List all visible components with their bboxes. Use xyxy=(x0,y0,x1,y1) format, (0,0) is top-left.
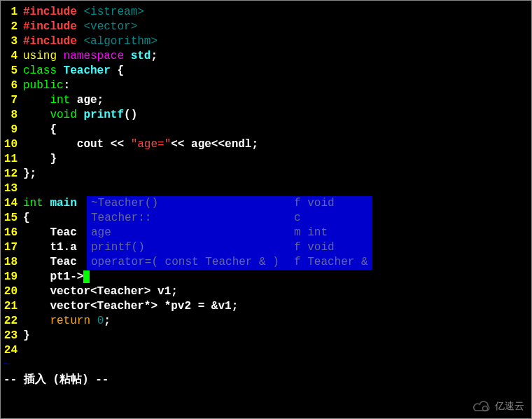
code-line[interactable]: 10 cout << "age="<< age<<endl; xyxy=(1,137,531,152)
code-token: pt1-> xyxy=(23,270,83,283)
line-number: 14 xyxy=(1,196,23,211)
code-token: int xyxy=(23,94,77,107)
code-token: using xyxy=(23,50,64,62)
code-token: Teacher xyxy=(64,64,118,77)
code-line[interactable]: 23} xyxy=(1,329,531,343)
code-content[interactable]: vector<Teacher> v1; xyxy=(23,284,531,299)
code-line[interactable]: 3#include <algorithm> xyxy=(1,34,531,49)
line-number: 8 xyxy=(1,108,23,123)
code-line[interactable]: 8 void printf() xyxy=(1,108,531,123)
autocomplete-item[interactable]: ~Teacher()f void xyxy=(87,196,372,211)
code-token: #include xyxy=(23,6,83,18)
code-content[interactable]: #include <vector> xyxy=(23,20,531,34)
code-line[interactable]: 5class Teacher { xyxy=(1,64,531,78)
code-token: namespace xyxy=(64,50,131,62)
code-line[interactable]: 12}; xyxy=(1,167,531,181)
code-token: "age=" xyxy=(131,138,172,151)
code-line[interactable]: 19 pt1-> xyxy=(1,270,531,284)
code-line[interactable]: 6public: xyxy=(1,78,531,93)
code-token: 0 xyxy=(97,315,104,327)
svg-point-0 xyxy=(483,406,488,411)
code-line[interactable]: 22 return 0; xyxy=(1,314,531,329)
code-token: #include xyxy=(23,35,83,48)
code-content[interactable]: } xyxy=(23,152,531,167)
code-content[interactable]: return 0; xyxy=(23,314,531,329)
code-content[interactable]: { xyxy=(23,123,531,137)
autocomplete-item-name: printf() xyxy=(91,240,294,255)
line-number: 11 xyxy=(1,152,23,167)
code-area[interactable]: 1#include <istream>2#include <vector>3#i… xyxy=(1,5,531,358)
code-token: }; xyxy=(23,167,36,180)
code-token: <vector> xyxy=(83,20,137,33)
code-content[interactable]: using namespace std; xyxy=(23,49,531,64)
code-content[interactable]: class Teacher { xyxy=(23,64,531,78)
line-number: 19 xyxy=(1,270,23,284)
code-content[interactable]: #include <istream> xyxy=(23,5,531,20)
code-token xyxy=(23,315,50,327)
code-content[interactable] xyxy=(23,343,531,358)
code-content[interactable]: void printf() xyxy=(23,108,531,123)
code-line[interactable]: 4using namespace std; xyxy=(1,49,531,64)
line-number: 10 xyxy=(1,137,23,152)
code-token: << age<<endl; xyxy=(171,138,258,151)
watermark: 亿速云 xyxy=(472,399,524,414)
autocomplete-item[interactable]: agem int xyxy=(87,226,372,240)
code-line[interactable]: 9 { xyxy=(1,123,531,137)
code-token: class xyxy=(23,64,64,77)
line-number: 16 xyxy=(1,226,23,240)
code-content[interactable]: int age; xyxy=(23,93,531,108)
code-token: ; xyxy=(150,50,158,62)
line-number: 9 xyxy=(1,123,23,137)
code-token: t1.a xyxy=(23,241,77,254)
code-token: main xyxy=(50,197,76,210)
autocomplete-item-name: age xyxy=(91,226,294,240)
empty-line-marker: ~ xyxy=(1,358,531,373)
line-number: 20 xyxy=(1,284,23,299)
code-content[interactable]: vector<Teacher*> *pv2 = &v1; xyxy=(23,299,531,314)
code-token: public xyxy=(23,79,64,92)
code-content[interactable]: } xyxy=(23,329,531,343)
code-line[interactable]: 11 } xyxy=(1,152,531,167)
code-line[interactable]: 24 xyxy=(1,343,531,358)
code-line[interactable]: 21 vector<Teacher*> *pv2 = &v1; xyxy=(1,299,531,314)
code-token: return xyxy=(50,315,97,327)
line-number: 1 xyxy=(1,5,23,20)
code-token: } xyxy=(23,329,30,342)
code-content[interactable]: }; xyxy=(23,167,531,181)
line-number: 4 xyxy=(1,49,23,64)
code-token: { xyxy=(23,123,57,136)
autocomplete-item-name: ~Teacher() xyxy=(91,196,294,211)
line-number: 18 xyxy=(1,255,23,270)
code-line[interactable]: 13 xyxy=(1,181,531,196)
autocomplete-item-name: Teacher:: xyxy=(91,211,294,226)
code-content[interactable]: public: xyxy=(23,78,531,93)
code-line[interactable]: 2#include <vector> xyxy=(1,20,531,34)
code-token: age; xyxy=(77,94,104,107)
code-line[interactable]: 20 vector<Teacher> v1; xyxy=(1,284,531,299)
line-number: 22 xyxy=(1,314,23,329)
code-content[interactable]: pt1-> xyxy=(23,270,531,284)
line-number: 6 xyxy=(1,78,23,93)
line-number: 23 xyxy=(1,329,23,343)
autocomplete-item[interactable]: printf()f void xyxy=(87,240,372,255)
autocomplete-item-type: f void xyxy=(294,240,335,255)
code-token: int xyxy=(23,197,50,210)
code-token: <algorithm> xyxy=(83,35,158,48)
autocomplete-item[interactable]: Teacher::c xyxy=(87,211,372,226)
line-number: 5 xyxy=(1,64,23,78)
code-token: Teac xyxy=(23,226,77,239)
autocomplete-item-type: f void xyxy=(294,196,335,211)
code-content[interactable]: cout << "age="<< age<<endl; xyxy=(23,137,531,152)
line-number: 24 xyxy=(1,343,23,358)
code-line[interactable]: 7 int age; xyxy=(1,93,531,108)
code-content[interactable] xyxy=(23,181,531,196)
code-token: vector<Teacher*> *pv2 = &v1; xyxy=(23,300,238,312)
code-token: printf xyxy=(83,109,124,121)
code-line[interactable]: 1#include <istream> xyxy=(1,5,531,20)
code-token: { xyxy=(117,64,124,77)
code-content[interactable]: #include <algorithm> xyxy=(23,34,531,49)
code-token: Teac xyxy=(23,256,77,268)
autocomplete-item[interactable]: operator=( const Teacher & )f Teacher & xyxy=(87,255,372,270)
vim-editor[interactable]: 1#include <istream>2#include <vector>3#i… xyxy=(1,1,531,418)
autocomplete-popup[interactable]: ~Teacher()f voidTeacher::cagem intprintf… xyxy=(87,196,372,270)
